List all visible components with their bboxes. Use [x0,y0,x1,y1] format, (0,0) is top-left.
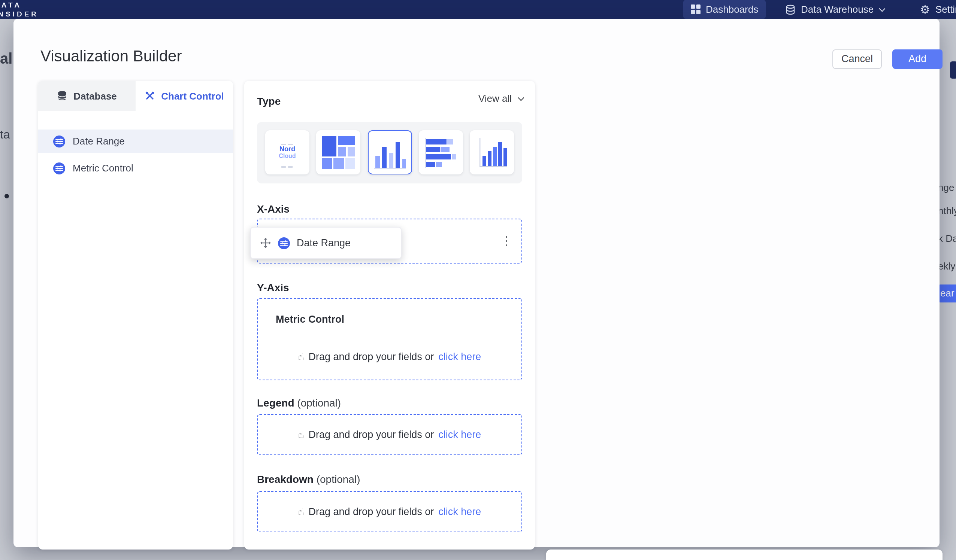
chip-label: Date Range [297,237,351,249]
visualization-panel: Visualization Settings Untitled chart 22… [546,549,942,560]
brand-line-1: DATA [0,1,39,9]
click-here-link[interactable]: click here [438,429,481,440]
decoration [288,166,293,167]
word-cloud-word: Nord [279,145,296,152]
chevron-down-icon [518,94,524,101]
word-cloud-word: Cloud [279,152,296,160]
drop-hint-text: Drag and drop your fields or [309,506,434,517]
field-item-label: Metric Control [73,162,134,174]
breakdown-title-text: Breakdown [257,473,314,485]
dragged-field-chip[interactable]: Date Range [250,227,402,259]
background-option-fragment-selected: ear [938,284,956,303]
breakdown-optional-text: (optional) [316,473,360,485]
legend-section-title: Legend (optional) [257,397,522,409]
screen: DATA INSIDER Dashboards Data Warehouse ⚙… [0,0,956,560]
breakdown-dropzone[interactable]: ☝ Drag and drop your fields or click her… [257,491,522,532]
top-nav: DATA INSIDER Dashboards Data Warehouse ⚙… [0,0,956,19]
background-option-fragment: ekly [938,260,956,272]
background-option-fragment: nthly [938,205,956,216]
chart-type-card[interactable] [419,130,463,174]
horizontal-bar-thumbnail [425,136,458,169]
tools-icon [145,91,155,101]
fields-panel: Database Chart Control Date Range [38,81,233,549]
background-bullet-dot [5,194,9,198]
drop-hint-text: Drag and drop your fields or [309,429,434,440]
nav-dashboards-label: Dashboards [706,4,758,15]
tab-database-label: Database [74,90,117,102]
chevron-down-icon [879,5,885,12]
breakdown-section-title: Breakdown (optional) [257,473,522,485]
field-item-metric-control[interactable]: Metric Control [38,157,233,180]
drag-hand-icon: ☝ [298,429,304,440]
type-section-title: Type [257,95,281,107]
gear-icon: ⚙ [920,4,930,15]
y-axis-dropzone[interactable]: Metric Control ☝ Drag and drop your fiel… [257,298,522,380]
cancel-button[interactable]: Cancel [832,49,882,69]
dashboards-grid-icon [691,5,701,14]
y-axis-field-label: Metric Control [276,314,344,325]
view-all-label: View all [478,93,512,104]
y-axis-section-title: Y-Axis [257,281,522,293]
legend-dropzone[interactable]: ☝ Drag and drop your fields or click her… [257,414,522,455]
kebab-menu-icon[interactable]: ⋮ [500,235,513,247]
fields-panel-tabs: Database Chart Control [38,81,233,111]
move-icon [260,237,271,249]
sliders-icon [53,135,65,147]
legend-optional-text: (optional) [297,397,341,409]
database-icon [57,91,68,101]
sliders-icon [278,237,290,249]
decoration [288,143,293,145]
drag-hand-icon: ☝ [298,506,304,517]
modal-title: Visualization Builder [41,47,182,65]
field-item-date-range[interactable]: Date Range [38,130,233,153]
data-warehouse-icon [785,4,796,15]
chart-type-card[interactable] [470,130,514,174]
legend-title-text: Legend [257,397,294,409]
decoration [281,166,286,167]
background-text-fragment: al [0,50,13,67]
decoration [281,143,286,145]
background-option-fragment: k Date [938,233,956,244]
sliders-icon [53,162,65,174]
drag-hand-icon: ☝ [298,351,304,362]
add-button[interactable]: Add [892,49,942,69]
nav-data-warehouse-label: Data Warehouse [801,4,874,15]
treemap-thumbnail [322,136,355,169]
click-here-link[interactable]: click here [438,351,481,362]
tab-chart-control[interactable]: Chart Control [135,81,233,111]
nav-item-settings[interactable]: ⚙ Settings [920,0,956,19]
view-all-dropdown[interactable]: View all [478,93,522,104]
background-option-fragment: nge [938,182,956,193]
save-icon [950,61,956,78]
nav-item-data-warehouse[interactable]: Data Warehouse [785,0,883,19]
click-here-link[interactable]: click here [438,506,481,517]
chart-type-strip: Nord Cloud [257,122,522,184]
word-cloud-thumbnail: Nord Cloud [279,137,296,167]
brand-logo: DATA INSIDER [0,1,39,18]
field-item-label: Date Range [73,135,125,147]
background-text-fragment: ta [0,128,10,141]
control-field-list: Date Range Metric Control [38,130,233,180]
nav-settings-label: Settings [936,4,956,15]
builder-panel: Type View all Nord Cloud [244,81,535,549]
bar-chart-thumbnail [475,136,508,169]
chart-type-card[interactable] [316,130,361,174]
chart-type-card[interactable]: Nord Cloud [265,130,310,174]
tab-database[interactable]: Database [38,81,135,111]
visualization-builder-modal: Visualization Builder Cancel Add Databas… [14,19,940,547]
column-chart-thumbnail [373,136,406,169]
drop-hint-text: Drag and drop your fields or [309,351,434,362]
tab-chart-control-label: Chart Control [161,90,224,102]
x-axis-section-title: X-Axis [257,203,522,215]
chart-type-card[interactable] [368,130,412,174]
brand-line-2: INSIDER [0,9,39,18]
nav-item-dashboards[interactable]: Dashboards [683,0,766,19]
